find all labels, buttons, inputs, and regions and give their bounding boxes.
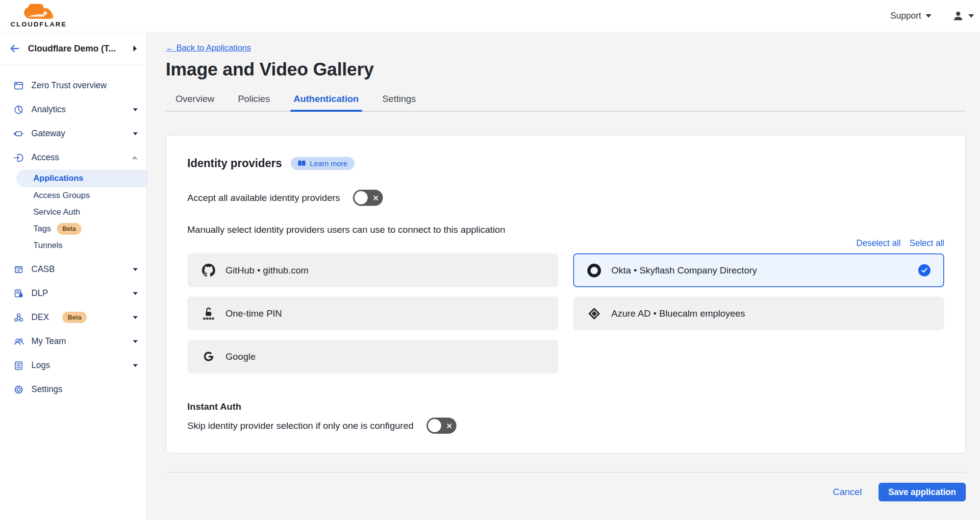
idp-tile-google[interactable]: Google [187, 340, 558, 373]
beta-badge: Beta [62, 312, 87, 323]
log-list-icon [13, 360, 24, 371]
chevron-down-icon[interactable] [133, 292, 138, 295]
sidebar-item-label: Settings [31, 384, 138, 395]
idp-tile-label: Okta • Skyflash Company Directory [611, 265, 908, 276]
account-name[interactable]: Cloudflare Demo (T... [28, 44, 126, 54]
idp-tile-github[interactable]: GitHub • github.com [187, 253, 558, 287]
sidebar-item-analytics[interactable]: Analytics [0, 98, 147, 122]
idp-tile-azure-ad[interactable]: Azure AD • Bluecalm employees [573, 297, 944, 330]
sidebar-item-access[interactable]: Access [0, 146, 147, 170]
one-time-pin-icon [201, 306, 216, 322]
sidebar-subitem-label: Tunnels [33, 241, 63, 250]
network-nodes-icon [13, 312, 24, 323]
chevron-up-icon[interactable] [132, 156, 138, 159]
idp-tile-label: One-time PIN [226, 308, 545, 319]
skip-selection-toggle[interactable] [427, 418, 456, 434]
identity-providers-card: Identity providers Learn more Accept all… [166, 135, 966, 453]
user-menu[interactable] [952, 10, 974, 22]
toggle-knob [428, 419, 441, 432]
save-application-button[interactable]: Save application [879, 483, 966, 501]
sidebar-item-dex[interactable]: DEX Beta [0, 305, 147, 329]
sidebar-header: Cloudflare Demo (T... [0, 32, 147, 65]
sidebar-item-label: Gateway [31, 128, 126, 139]
sidebar-item-settings[interactable]: Settings [0, 377, 147, 401]
okta-icon [587, 263, 602, 278]
people-icon [13, 336, 24, 347]
idp-tile-okta[interactable]: Okta • Skyflash Company Directory [573, 253, 944, 287]
chevron-down-icon [968, 14, 974, 18]
azure-ad-icon [587, 306, 602, 322]
sidebar-subitem-label: Tags [33, 224, 51, 234]
sidebar-item-label: DLP [31, 288, 126, 298]
support-menu[interactable]: Support [890, 11, 931, 21]
chevron-down-icon[interactable] [133, 316, 138, 319]
main-area: ← Back to Applications Image and Video G… [147, 32, 980, 520]
sidebar-nav: Zero Trust overview Analytics Gateway [0, 65, 147, 401]
topbar-right: Support [890, 10, 974, 22]
card-title: Identity providers [187, 157, 282, 170]
sidebar-item-tags[interactable]: Tags Beta [0, 221, 147, 237]
instant-auth-title: Instant Auth [187, 401, 944, 412]
skip-selection-row: Skip identity provider selection if only… [187, 418, 944, 434]
tab-overview[interactable]: Overview [175, 91, 215, 111]
sidebar-item-casb[interactable]: CASB [0, 257, 147, 281]
tab-policies[interactable]: Policies [237, 91, 271, 111]
gear-icon [13, 384, 24, 395]
learn-more-badge[interactable]: Learn more [291, 157, 354, 170]
chevron-down-icon[interactable] [133, 108, 138, 111]
footer-actions: Cancel Save application [166, 483, 966, 501]
idp-tile-grid: GitHub • github.com Okta • Skyflash Comp… [187, 253, 944, 373]
deselect-all-link[interactable]: Deselect all [856, 238, 901, 248]
page-title: Image and Video Gallery [166, 59, 966, 80]
cloudflare-cloud-icon [15, 4, 62, 22]
cloudflare-logo[interactable]: CLOUDFLARE [7, 4, 71, 28]
sidebar-item-label: Logs [31, 360, 126, 371]
sidebar-item-tunnels[interactable]: Tunnels [0, 237, 147, 254]
login-arrow-icon [13, 152, 24, 163]
document-lock-icon [13, 288, 24, 299]
sidebar-item-label: Zero Trust overview [31, 80, 138, 91]
learn-more-label: Learn more [310, 159, 348, 168]
chevron-right-icon[interactable] [133, 46, 137, 51]
window-icon [13, 80, 24, 91]
google-icon [201, 349, 216, 365]
accept-all-label: Accept all available identity providers [187, 193, 340, 203]
access-submenu: Applications Access Groups Service Auth … [0, 170, 147, 254]
back-to-applications-link[interactable]: ← Back to Applications [166, 43, 251, 53]
sidebar-item-service-auth[interactable]: Service Auth [0, 204, 147, 221]
x-icon [447, 423, 452, 428]
book-icon [298, 160, 306, 167]
idp-tile-one-time-pin[interactable]: One-time PIN [187, 297, 558, 330]
x-icon [373, 195, 378, 200]
sidebar: Cloudflare Demo (T... Zero Trust overvie… [0, 32, 147, 520]
sidebar-item-label: My Team [31, 336, 126, 347]
tab-authentication[interactable]: Authentication [293, 91, 360, 111]
sidebar-item-dlp[interactable]: DLP [0, 281, 147, 305]
github-icon [201, 263, 216, 278]
chevron-down-icon[interactable] [133, 340, 138, 343]
user-avatar-icon [952, 10, 964, 22]
accept-all-toggle[interactable] [353, 190, 383, 206]
chevron-down-icon[interactable] [133, 268, 138, 271]
toggle-knob [354, 191, 368, 204]
sidebar-item-applications[interactable]: Applications [16, 170, 147, 187]
select-all-link[interactable]: Select all [909, 238, 944, 248]
skip-selection-label: Skip identity provider selection if only… [187, 421, 414, 431]
sidebar-item-gateway[interactable]: Gateway [0, 122, 147, 146]
sidebar-item-logs[interactable]: Logs [0, 353, 147, 377]
sidebar-item-my-team[interactable]: My Team [0, 329, 147, 353]
idp-tile-label: Azure AD • Bluecalm employees [611, 308, 930, 319]
manual-select-text: Manually select identity providers users… [187, 224, 944, 235]
footer-divider [166, 472, 966, 472]
cancel-button[interactable]: Cancel [833, 487, 862, 497]
sidebar-item-zero-trust-overview[interactable]: Zero Trust overview [0, 74, 147, 98]
sidebar-item-access-groups[interactable]: Access Groups [0, 187, 147, 204]
tab-settings[interactable]: Settings [381, 91, 417, 111]
idp-tile-label: GitHub • github.com [226, 265, 545, 276]
back-arrow-icon[interactable] [9, 43, 21, 54]
chevron-down-icon[interactable] [133, 364, 138, 367]
card-title-row: Identity providers Learn more [187, 157, 944, 170]
support-label: Support [890, 11, 921, 21]
chevron-down-icon [926, 14, 931, 18]
chevron-down-icon[interactable] [133, 132, 138, 135]
